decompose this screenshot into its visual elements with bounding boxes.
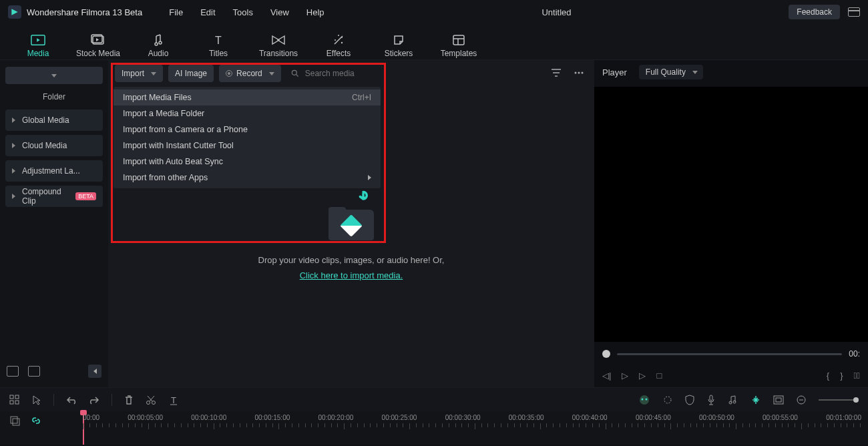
crop-icon[interactable]: �ื: [854, 371, 861, 381]
transitions-icon: [271, 34, 286, 46]
aspect-icon[interactable]: [773, 395, 784, 405]
import-auto-beat-sync[interactable]: Import with Auto Beat Sync: [114, 154, 381, 170]
sidebar-item-cloud-media[interactable]: Cloud Media: [5, 135, 103, 156]
zoom-slider[interactable]: [819, 399, 859, 401]
mark-out-icon[interactable]: }: [840, 371, 843, 381]
svg-point-22: [642, 398, 644, 400]
menu-tools[interactable]: Tools: [233, 7, 253, 17]
svg-rect-32: [11, 417, 17, 423]
chevron-right-icon: [12, 143, 15, 148]
menu-file[interactable]: File: [169, 7, 183, 17]
tab-effects[interactable]: Effects: [312, 25, 365, 58]
tab-templates[interactable]: Templates: [433, 25, 485, 58]
mic-icon[interactable]: [706, 395, 716, 405]
svg-point-12: [582, 71, 584, 73]
scrub-bar[interactable]: 00:: [594, 345, 868, 363]
search-icon: [290, 69, 300, 78]
templates-icon: [451, 34, 466, 46]
stock-media-icon: [91, 34, 105, 46]
shield-icon[interactable]: [685, 395, 694, 405]
tab-audio[interactable]: Audio: [132, 25, 184, 58]
preview-panel: Player Full Quality 00: ◁| ▷ ▷ □ { } �ื: [594, 60, 868, 387]
menu-view[interactable]: View: [270, 7, 289, 17]
import-dropdown: Import Media FilesCtrl+I Import a Media …: [114, 87, 381, 188]
import-media-files[interactable]: Import Media FilesCtrl+I: [114, 89, 381, 105]
svg-rect-25: [710, 395, 712, 401]
scrub-handle[interactable]: [602, 350, 610, 358]
video-preview[interactable]: [594, 87, 868, 342]
import-media-link[interactable]: Click here to import media.: [300, 270, 403, 280]
folder-icon[interactable]: [28, 366, 40, 377]
play-icon[interactable]: ▷: [622, 371, 628, 381]
music-icon[interactable]: [728, 395, 738, 405]
tab-titles[interactable]: TTitles: [192, 25, 244, 58]
chevron-right-icon: [12, 118, 15, 123]
scrub-track[interactable]: [617, 353, 842, 355]
timeline-toolbar: T: [0, 387, 868, 411]
import-media-folder[interactable]: Import a Media Folder: [114, 105, 381, 122]
import-other-apps[interactable]: Import from other Apps: [114, 170, 381, 186]
import-folder-graphic: [324, 194, 378, 240]
cursor-icon[interactable]: [32, 395, 41, 405]
tab-stickers[interactable]: Stickers: [373, 25, 425, 58]
timeline-ticks: [83, 423, 861, 430]
import-instant-cutter[interactable]: Import with Instant Cutter Tool: [114, 138, 381, 154]
text-icon[interactable]: T: [168, 395, 179, 405]
link-icon[interactable]: [31, 415, 41, 426]
tab-media[interactable]: Media: [12, 25, 64, 58]
beta-badge: BETA: [75, 192, 96, 200]
new-folder-icon[interactable]: [7, 366, 19, 377]
menu-help[interactable]: Help: [306, 7, 324, 17]
timeline-layers-icon[interactable]: [9, 415, 20, 426]
timeline-ruler[interactable]: 00:00 00:00:05:00 00:00:10:00 00:00:15:0…: [83, 411, 868, 445]
collapse-sidebar-button[interactable]: [88, 365, 101, 378]
quality-dropdown[interactable]: Full Quality: [639, 65, 703, 79]
timeline: 00:00 00:00:05:00 00:00:10:00 00:00:15:0…: [0, 411, 868, 445]
svg-point-23: [646, 398, 648, 400]
ai-icon[interactable]: [638, 394, 650, 406]
folder-dropdown[interactable]: [5, 67, 103, 84]
record-button[interactable]: Record: [219, 65, 281, 82]
delete-icon[interactable]: [124, 395, 134, 405]
svg-rect-33: [13, 419, 19, 425]
prev-frame-icon[interactable]: ◁|: [602, 371, 611, 381]
search-input[interactable]: [305, 69, 439, 78]
next-frame-icon[interactable]: ▷: [639, 371, 646, 381]
import-camera-phone[interactable]: Import from a Camera or a Phone: [114, 122, 381, 138]
svg-point-10: [575, 71, 577, 73]
settings-icon[interactable]: [662, 395, 673, 405]
ai-image-button[interactable]: AI Image: [168, 65, 214, 82]
tab-transitions[interactable]: Transitions: [252, 25, 304, 58]
grid-icon[interactable]: [9, 395, 20, 405]
zoom-out-icon[interactable]: [796, 395, 807, 405]
stop-icon[interactable]: □: [656, 371, 662, 381]
chevron-right-icon: [12, 194, 15, 199]
more-icon[interactable]: [570, 65, 588, 83]
workspace: Folder Global Media Cloud Media Adjustme…: [0, 60, 868, 387]
mark-in-icon[interactable]: {: [827, 371, 829, 381]
media-icon: [31, 34, 45, 46]
audio-icon: [151, 34, 166, 46]
cut-icon[interactable]: [146, 395, 156, 405]
svg-point-18: [152, 401, 156, 404]
import-button[interactable]: Import: [115, 65, 163, 82]
folder-heading: Folder: [5, 92, 103, 101]
redo-icon[interactable]: [89, 395, 99, 405]
sidebar-item-adjustment-layer[interactable]: Adjustment La...: [5, 160, 103, 182]
undo-icon[interactable]: [66, 395, 77, 405]
workspace-tabs: Media Stock Media Audio TTitles Transiti…: [0, 24, 868, 60]
app-name: Wondershare Filmora 13 Beta: [27, 7, 142, 17]
tab-stock-media[interactable]: Stock Media: [72, 25, 124, 58]
svg-rect-16: [15, 401, 19, 404]
sidebar-item-global-media[interactable]: Global Media: [5, 109, 103, 131]
svg-point-21: [640, 395, 649, 405]
filter-icon[interactable]: [548, 65, 565, 83]
sidebar-item-compound-clip[interactable]: Compound ClipBETA: [5, 186, 103, 207]
feedback-button[interactable]: Feedback: [789, 5, 840, 19]
menu-edit[interactable]: Edit: [200, 7, 215, 17]
document-title: Untitled: [324, 7, 789, 17]
player-label: Player: [602, 67, 627, 77]
layout-toggle-icon[interactable]: [848, 7, 860, 17]
marker-icon[interactable]: [750, 395, 761, 405]
title-bar: Wondershare Filmora 13 Beta File Edit To…: [0, 0, 868, 24]
